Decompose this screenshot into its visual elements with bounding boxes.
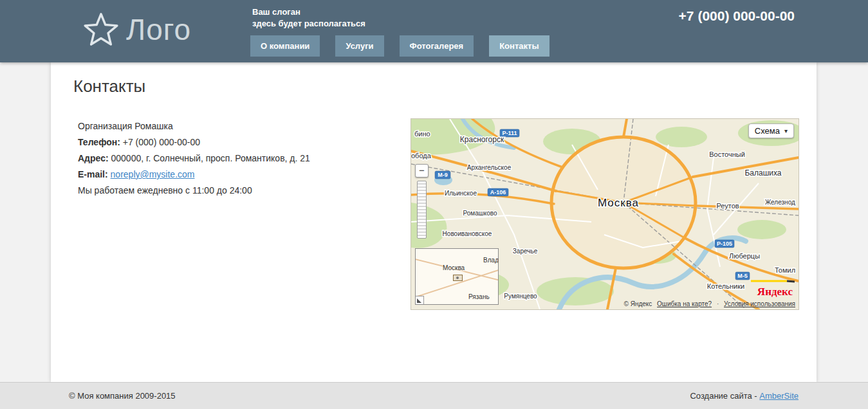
slogan-line-2: здесь будет располагаться [252, 18, 365, 30]
map-error-link[interactable]: Ошибка на карте? [657, 300, 712, 307]
content-row: Организация Ромашка Телефон: +7 (000) 00… [73, 118, 799, 310]
road-badge: Р-105 [717, 241, 732, 247]
map-town-label: Железнод [765, 199, 795, 206]
nav-services[interactable]: Услуги [335, 35, 383, 57]
main-nav: О компании Услуги Фотогалерея Контакты [250, 35, 549, 57]
nav-gallery[interactable]: Фотогалерея [400, 35, 474, 57]
map-town-label: Балашиха [744, 168, 781, 177]
address-line: Адрес: 000000, г. Солнечный, просп. Рома… [78, 153, 310, 163]
map-town-label: Люберцы [729, 252, 760, 260]
logo-text: Лого [126, 14, 191, 46]
map-town-label: Ильинское [445, 190, 477, 197]
yandex-copyright-link[interactable]: © Яндекс [624, 300, 652, 307]
minimap-edge-label: Рязань [468, 293, 490, 300]
map-town-label: Архангельское [467, 164, 512, 171]
footer-credit-prefix: Создание сайта - [690, 391, 759, 401]
map-city-label-moscow: Москва [598, 197, 639, 209]
address-label: Адрес: [78, 153, 109, 163]
map-town-label: Красногорск [460, 135, 504, 144]
footer-credit: Создание сайта - AmberSite [690, 391, 799, 401]
phone-line: Телефон: +7 (000) 000-00-00 [78, 137, 310, 147]
address-value: 000000, г. Солнечный, просп. Романтиков,… [111, 153, 310, 163]
terms-link[interactable]: Условия использования [724, 300, 795, 307]
map-town-label: обода [411, 152, 432, 159]
footer: © Моя компания 2009-2015 Создание сайта … [0, 382, 868, 409]
minimap-edge-label: Влад [483, 257, 499, 264]
yandex-logo[interactable]: Яндекс [757, 286, 793, 298]
collapse-arrow-icon [417, 298, 421, 303]
minimap[interactable]: Москва Влад Рязань [415, 248, 499, 305]
phone-label: Телефон: [78, 137, 120, 147]
company-name: Организация Ромашка [78, 121, 310, 131]
email-label: E-mail: [78, 169, 108, 179]
map-town-label: Восточный [709, 150, 745, 158]
zoom-slider[interactable] [417, 181, 427, 239]
minimap-viewport-marker[interactable] [453, 275, 463, 281]
map-town-label: Томил [775, 266, 795, 274]
map-type-button[interactable]: Схема ▾ [748, 123, 794, 138]
nav-about[interactable]: О компании [250, 35, 320, 57]
map-attribution: © Яндекс Ошибка на карте? · Условия испо… [624, 300, 795, 307]
email-link[interactable]: noreply@mysite.com [111, 169, 195, 179]
email-line: E-mail: noreply@mysite.com [78, 169, 310, 179]
road-badge: М-5 [737, 273, 748, 279]
road-badge: Р-111 [502, 130, 517, 136]
slogan: Ваш слоган здесь будет располагаться [252, 6, 365, 30]
star-icon [82, 10, 120, 49]
nav-contacts[interactable]: Контакты [489, 35, 549, 57]
map-yellow-segment [751, 281, 795, 282]
chevron-down-icon: ▾ [784, 127, 788, 134]
header: Лого Ваш слоган здесь будет располагатьс… [0, 0, 868, 62]
minimap-city-label: Москва [443, 264, 465, 271]
header-phone: +7 (000) 000-00-00 [679, 8, 795, 24]
contact-info: Организация Ромашка Телефон: +7 (000) 00… [78, 118, 310, 310]
working-hours: Мы работаем ежедневно с 11:00 до 24:00 [78, 185, 310, 195]
map[interactable]: Р-111 М-9 А-106 Р-105 М-5 бино Красногор… [411, 118, 799, 310]
footer-copyright: © Моя компания 2009-2015 [69, 391, 176, 401]
minimap-collapse-button[interactable] [416, 296, 424, 304]
road-badge: А-106 [490, 189, 506, 195]
logo[interactable]: Лого [82, 10, 191, 49]
ambersite-link[interactable]: AmberSite [759, 391, 799, 401]
content-card: Контакты Организация Ромашка Телефон: +7… [51, 62, 817, 382]
map-town-label: Новоивановское [443, 230, 492, 237]
slogan-line-1: Ваш слоган [252, 6, 365, 18]
map-town-label: Ромашково [463, 210, 497, 217]
map-type-label: Схема [755, 126, 780, 136]
attribution-separator: · [717, 300, 719, 307]
map-town-label: бино [414, 130, 430, 138]
map-town-label: Румянцево [504, 293, 537, 300]
map-town-label: Реутов [716, 202, 739, 210]
road-badge: М-9 [438, 172, 448, 178]
map-town-label: Заречье [513, 248, 538, 255]
zoom-out-button[interactable]: − [415, 164, 429, 177]
page-title: Контакты [73, 77, 799, 96]
phone-value: +7 (000) 000-00-00 [123, 137, 200, 147]
map-town-label: Котельники [707, 282, 744, 290]
